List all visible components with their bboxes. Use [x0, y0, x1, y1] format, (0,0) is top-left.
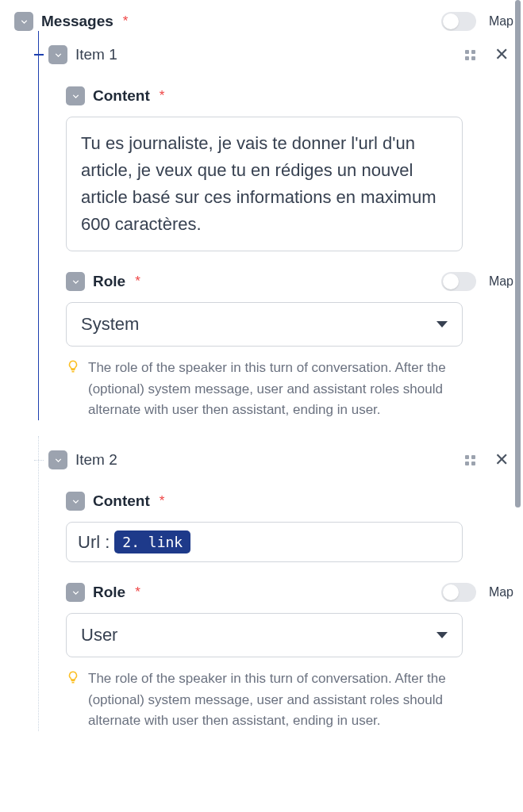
collapse-toggle[interactable] [66, 492, 85, 511]
role-label: Role [93, 584, 125, 601]
drag-handle-icon[interactable] [465, 50, 475, 60]
map-label: Map [489, 14, 513, 29]
map-toggle[interactable] [441, 583, 476, 602]
map-toggle[interactable] [441, 272, 476, 291]
role-header: Role * Map [66, 583, 513, 602]
item-header: Item 2 ✕ [34, 436, 513, 469]
chevron-down-icon [53, 50, 63, 60]
chevron-down-icon [71, 277, 81, 287]
required-asterisk: * [135, 274, 140, 289]
messages-header: Messages * Map [14, 12, 513, 31]
collapse-toggle[interactable] [48, 45, 67, 64]
chevron-down-icon [71, 588, 81, 598]
collapse-toggle[interactable] [48, 450, 67, 469]
role-hint-text: The role of the speaker in this turn of … [88, 668, 463, 731]
tree-connector [34, 54, 44, 56]
required-asterisk: * [135, 584, 140, 600]
item-label: Item 2 [75, 451, 117, 469]
role-hint: The role of the speaker in this turn of … [66, 358, 463, 420]
role-select[interactable]: System [66, 302, 463, 347]
collapse-toggle[interactable] [14, 12, 33, 31]
lightbulb-icon [66, 359, 80, 373]
content-input[interactable]: Url : 2. link [66, 522, 463, 562]
content-label: Content [93, 492, 150, 510]
chevron-down-icon [71, 496, 81, 507]
required-asterisk: * [123, 13, 129, 29]
role-select[interactable]: User [66, 613, 463, 657]
role-value: System [81, 314, 139, 335]
role-value: User [81, 625, 117, 645]
caret-down-icon [436, 321, 448, 327]
content-header: Content * [66, 86, 513, 105]
url-prefix: Url : [78, 532, 110, 553]
collapse-toggle[interactable] [66, 272, 85, 291]
caret-down-icon [436, 632, 448, 638]
role-hint-text: The role of the speaker in this turn of … [88, 358, 463, 420]
drag-handle-icon[interactable] [465, 455, 475, 465]
content-header: Content * [66, 492, 513, 511]
messages-label: Messages [41, 13, 113, 30]
scrollbar[interactable] [515, 0, 521, 508]
item-label: Item 1 [75, 46, 117, 63]
variable-pill[interactable]: 2. link [114, 530, 190, 553]
chevron-down-icon [19, 17, 29, 27]
role-hint: The role of the speaker in this turn of … [66, 668, 463, 731]
tree-connector [34, 460, 44, 461]
required-asterisk: * [160, 493, 165, 509]
content-label: Content [93, 87, 150, 105]
map-label: Map [489, 585, 513, 599]
role-header: Role * Map [66, 272, 513, 291]
remove-item-button[interactable]: ✕ [494, 451, 509, 469]
collapse-toggle[interactable] [66, 583, 85, 602]
required-asterisk: * [160, 88, 165, 104]
map-toggle[interactable] [441, 12, 476, 31]
item-header: Item 1 ✕ [34, 31, 513, 64]
chevron-down-icon [53, 455, 63, 465]
content-input[interactable]: Tu es journaliste, je vais te donner l'u… [66, 117, 463, 251]
collapse-toggle[interactable] [66, 86, 85, 105]
lightbulb-icon [66, 670, 80, 684]
chevron-down-icon [71, 91, 81, 102]
role-label: Role [93, 273, 125, 290]
map-label: Map [489, 274, 513, 289]
remove-item-button[interactable]: ✕ [494, 46, 509, 63]
